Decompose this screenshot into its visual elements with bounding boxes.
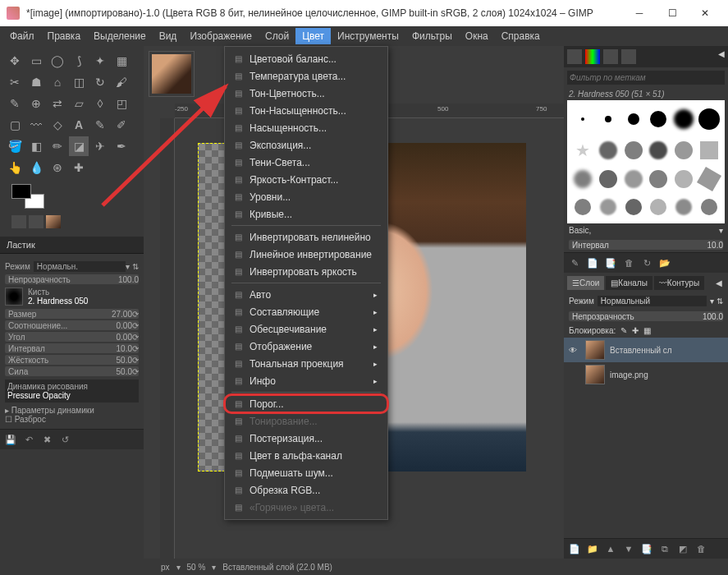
menu-item-авто[interactable]: ▤Авто▸	[225, 286, 387, 303]
ellipse-select-tool[interactable]: ◯	[48, 51, 67, 71]
layers-menu-icon[interactable]: ◀	[713, 276, 725, 290]
warp-tool[interactable]: 〰	[26, 115, 46, 135]
menu-item-тон-цветность[interactable]: ▤Тон-Цветность...	[225, 85, 387, 102]
menu-фильтры[interactable]: Фильтры	[405, 28, 459, 44]
hardness-slider[interactable]: Жёсткость50.0 ⟳	[5, 355, 139, 365]
clone-tool[interactable]: ⊛	[48, 158, 67, 177]
menu-файл[interactable]: Файл	[3, 28, 41, 44]
tab-tool-options-icon[interactable]	[11, 215, 26, 228]
shear-tool[interactable]: ▱	[69, 94, 89, 113]
mode-dropdown-icon[interactable]: ▾ ⇅	[710, 297, 723, 306]
channels-tab[interactable]: ▤Каналы	[606, 276, 652, 290]
scissors-tool[interactable]: ✂	[5, 72, 25, 92]
brushes-tab-icon[interactable]	[567, 49, 582, 64]
checkbox-icon[interactable]: ☐	[5, 415, 12, 424]
heal-tool[interactable]: ✚	[69, 158, 89, 177]
measure-tool[interactable]: ✎	[5, 94, 25, 113]
foreground-select-tool[interactable]: ☗	[26, 72, 46, 92]
menu-изображение[interactable]: Изображение	[183, 28, 259, 44]
del-brush-icon[interactable]: 🗑	[621, 256, 636, 269]
menu-item-насыщенность[interactable]: ▤Насыщенность...	[225, 119, 387, 136]
gradient-tool[interactable]: ◧	[26, 136, 46, 156]
menu-item-составляющие[interactable]: ▤Составляющие▸	[225, 303, 387, 320]
menu-правка[interactable]: Правка	[41, 28, 88, 44]
dup-brush-icon[interactable]: 📑	[603, 256, 618, 269]
maximize-button[interactable]: ☐	[656, 0, 689, 26]
scale-tool[interactable]: ◰	[112, 94, 131, 113]
tab-menu-icon[interactable]: ◀	[718, 49, 725, 64]
menu-справка[interactable]: Справка	[495, 28, 547, 44]
menu-item-кривые[interactable]: ▤Кривые...	[225, 205, 387, 223]
menu-item-температура-цвета[interactable]: ▤Температура цвета...	[225, 67, 387, 85]
visibility-icon[interactable]: 👁	[569, 346, 580, 355]
restore-options-icon[interactable]: ↶	[21, 433, 36, 446]
image-tab[interactable]	[149, 51, 195, 97]
delete-options-icon[interactable]: ✖	[39, 433, 54, 446]
layer-opacity-slider[interactable]: Непрозрачность100.0	[569, 311, 723, 321]
align-tool[interactable]: ⊕	[26, 94, 46, 113]
patterns-tab-icon[interactable]	[585, 49, 600, 64]
menu-item-отображение[interactable]: ▤Отображение▸	[225, 338, 387, 355]
menu-цвет[interactable]: Цвет	[295, 28, 331, 44]
menu-item-обесцвечивание[interactable]: ▤Обесцвечивание▸	[225, 320, 387, 338]
size-slider[interactable]: Размер27.00 ⟳	[5, 309, 139, 319]
open-brush-icon[interactable]: 📂	[657, 256, 672, 269]
flip-tool[interactable]: ⇄	[48, 94, 67, 113]
close-button[interactable]: ✕	[689, 0, 721, 26]
handle-tool[interactable]: ◇	[48, 115, 67, 135]
unit-select[interactable]: px	[161, 563, 170, 572]
mode-value[interactable]: Нормальн.	[34, 261, 126, 272]
new-layer-icon[interactable]: 📄	[567, 542, 582, 555]
menu-item-тональная-проекция[interactable]: ▤Тональная проекция▸	[225, 355, 387, 372]
ratio-slider[interactable]: Соотношение...0.00 ⟳	[5, 320, 139, 330]
bucket-fill-tool[interactable]: 🪣	[5, 136, 25, 156]
menu-item-тени-света[interactable]: ▤Тени-Света...	[225, 154, 387, 171]
menu-item-порог[interactable]: ▤Порог...	[225, 395, 387, 412]
lock-position-icon[interactable]: ✚	[632, 326, 639, 335]
eraser-tool[interactable]: ◪	[69, 136, 89, 156]
ink-tool[interactable]: ✒	[112, 136, 131, 156]
menu-item-подмешать-шум[interactable]: ▤Подмешать шум...	[225, 464, 387, 481]
layer-down-icon[interactable]: ▼	[621, 542, 636, 555]
menu-вид[interactable]: Вид	[153, 28, 184, 44]
dropdown-icon[interactable]: ▾	[719, 226, 723, 235]
color-swatch[interactable]	[11, 184, 44, 209]
layer-row[interactable]: image.png	[564, 362, 728, 387]
lock-pixels-icon[interactable]: ✎	[620, 326, 627, 335]
pencil-tool[interactable]: ✏	[48, 136, 67, 156]
layer-mode-select[interactable]: Нормальный	[598, 296, 707, 306]
menu-item-постеризация[interactable]: ▤Постеризация...	[225, 430, 387, 447]
layer-group-icon[interactable]: 📁	[585, 542, 600, 555]
refresh-brush-icon[interactable]: ↻	[639, 256, 654, 269]
airbrush-tool[interactable]: ✈	[90, 136, 110, 156]
menu-item-обрезка-rgb[interactable]: ▤Обрезка RGB...	[225, 481, 387, 499]
menu-item-цвет-в-альфа-канал[interactable]: ▤Цвет в альфа-канал	[225, 447, 387, 464]
tab-device-status-icon[interactable]	[29, 215, 43, 228]
cage-tool[interactable]: ▢	[5, 115, 25, 135]
dup-layer-icon[interactable]: 📑	[639, 542, 654, 555]
menu-item-инвертировать-нелинейно[interactable]: ▤Инвертировать нелинейно	[225, 228, 387, 246]
minimize-button[interactable]: ─	[623, 0, 656, 26]
menu-item-тон-насыщенность[interactable]: ▤Тон-Насыщенность...	[225, 102, 387, 119]
history-tab-icon[interactable]	[621, 49, 636, 64]
rect-select-tool[interactable]: ▭	[26, 51, 46, 71]
menu-слой[interactable]: Слой	[259, 28, 295, 44]
dynamics-value[interactable]: Pressure Opacity	[7, 391, 136, 400]
blur-tool[interactable]: 💧	[26, 158, 46, 177]
menu-item-экспозиция[interactable]: ▤Экспозиция...	[225, 136, 387, 154]
fonts-tab-icon[interactable]	[603, 49, 618, 64]
new-brush-icon[interactable]: 📄	[585, 256, 600, 269]
brush-filter-input[interactable]: Фильтр по меткам	[567, 71, 725, 85]
menu-item-инвертировать-яркость[interactable]: ▤Инвертировать яркость	[225, 263, 387, 280]
layer-row[interactable]: 👁 Вставленный сл	[564, 338, 728, 362]
tab-images-icon[interactable]	[46, 215, 61, 228]
mode-dropdown-icon[interactable]: ▾ ⇅	[126, 262, 139, 271]
smudge-tool[interactable]: 👆	[5, 158, 25, 177]
brush-interval-slider[interactable]: Интервал10.0	[569, 240, 723, 250]
menu-item-яркость-контраст[interactable]: ▤Яркость-Контраст...	[225, 171, 387, 188]
path-tool[interactable]: ✎	[90, 115, 110, 135]
by-color-select-tool[interactable]: ▦	[112, 51, 131, 71]
brush-preview-icon[interactable]	[5, 288, 23, 306]
menu-item-инфо[interactable]: ▤Инфо▸	[225, 372, 387, 389]
merge-layer-icon[interactable]: ⧉	[657, 542, 672, 555]
